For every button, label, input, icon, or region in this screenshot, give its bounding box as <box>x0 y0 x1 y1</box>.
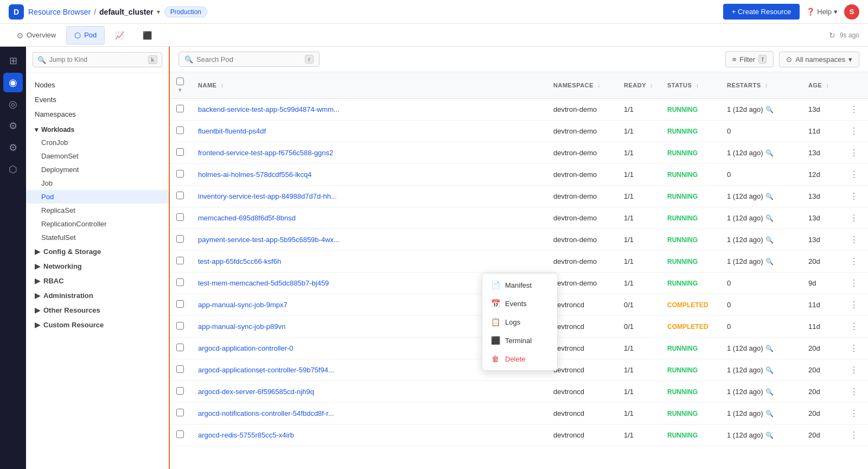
pod-context-menu-button[interactable]: ⋮ <box>846 256 861 267</box>
row-checkbox[interactable] <box>176 409 184 416</box>
context-menu-events[interactable]: 📅 Events <box>482 294 557 313</box>
pod-name-link[interactable]: memcached-695d8f6d5f-8bnsd <box>198 214 296 222</box>
th-namespace[interactable]: NAMESPACE ↓ <box>547 72 617 99</box>
cluster-chevron-icon[interactable]: ▾ <box>157 8 160 16</box>
restart-search-icon[interactable]: 🔍 <box>765 214 774 222</box>
row-checkbox[interactable] <box>176 322 184 329</box>
pod-name-link[interactable]: argocd-application-controller-0 <box>198 344 293 352</box>
pod-name-link[interactable]: payment-service-test-app-5b95c6859b-4wx.… <box>198 236 340 244</box>
restart-search-icon[interactable]: 🔍 <box>765 388 774 396</box>
sidebar-icon-layers[interactable]: ⬡ <box>3 160 23 179</box>
pod-name-link[interactable]: app-manual-sync-job-9mpx7 <box>198 301 288 309</box>
sidebar-icon-home[interactable]: ⊞ <box>3 51 23 71</box>
th-age[interactable]: AGE ↕ <box>802 72 840 99</box>
th-restarts[interactable]: RESTARTS ↕ <box>720 72 802 99</box>
context-menu-delete[interactable]: 🗑 Delete <box>482 350 557 368</box>
pod-context-menu-button[interactable]: ⋮ <box>846 386 861 397</box>
context-menu-terminal[interactable]: ⬛ Terminal <box>482 331 557 350</box>
sidebar-icon-resource-browser[interactable]: ◉ <box>3 73 23 92</box>
nav-child-deployment[interactable]: Deployment <box>26 163 169 176</box>
nav-section-custom-resource[interactable]: ▶ Custom Resource <box>26 318 169 332</box>
breadcrumb-app[interactable]: Resource Browser <box>28 8 91 16</box>
pod-name-link[interactable]: argocd-applicationset-controller-59b75f9… <box>198 366 334 374</box>
tab-pod[interactable]: ⬡ Pod <box>66 26 105 45</box>
nav-child-pod[interactable]: Pod <box>26 190 169 204</box>
pod-context-menu-button[interactable]: ⋮ <box>846 212 861 224</box>
restart-search-icon[interactable]: 🔍 <box>765 193 774 200</box>
refresh-info[interactable]: ↻ 9s ago <box>829 31 859 40</box>
search-pod-input[interactable] <box>196 55 302 64</box>
context-menu-logs[interactable]: 📋 Logs <box>482 313 557 331</box>
row-checkbox[interactable] <box>176 105 184 112</box>
app-logo[interactable]: D <box>9 4 24 20</box>
nav-section-rbac[interactable]: ▶ RBAC <box>26 274 169 288</box>
row-checkbox[interactable] <box>176 170 184 178</box>
filter-button[interactable]: ≡ Filter f <box>725 51 774 67</box>
nav-item-namespaces[interactable]: Namespaces <box>26 107 169 122</box>
nav-child-replicaset[interactable]: ReplicaSet <box>26 204 169 217</box>
row-checkbox[interactable] <box>176 257 184 264</box>
nav-item-nodes[interactable]: Nodes <box>26 78 169 92</box>
pod-name-link[interactable]: argocd-redis-5755r85cc5-x4irb <box>198 431 294 439</box>
restart-search-icon[interactable]: 🔍 <box>765 366 774 374</box>
pod-context-menu-button[interactable]: ⋮ <box>846 169 861 180</box>
nav-child-daemonset[interactable]: DaemonSet <box>26 149 169 163</box>
sidebar-icon-apps[interactable]: ◎ <box>3 94 23 114</box>
nav-section-networking[interactable]: ▶ Networking <box>26 259 169 274</box>
pod-name-link[interactable]: holmes-ai-holmes-578dcdf556-lkcq4 <box>198 170 312 179</box>
nav-child-job[interactable]: Job <box>26 176 169 190</box>
pod-name-link[interactable]: app-manual-sync-job-p89vn <box>198 322 285 331</box>
select-all-checkbox[interactable] <box>176 78 184 85</box>
tab-chart[interactable]: 📈 <box>107 26 132 45</box>
row-checkbox[interactable] <box>176 344 184 351</box>
pod-name-link[interactable]: test-mem-memcached-5d5dc885b7-bj459 <box>198 279 329 287</box>
context-menu-manifest[interactable]: 📄 Manifest <box>482 276 557 294</box>
pod-context-menu-button[interactable]: ⋮ <box>846 299 861 310</box>
env-badge[interactable]: Production <box>164 7 207 17</box>
row-checkbox[interactable] <box>176 430 184 438</box>
nav-child-statefulset[interactable]: StatefulSet <box>26 231 169 244</box>
breadcrumb-cluster[interactable]: default_cluster <box>99 8 154 16</box>
restart-search-icon[interactable]: 🔍 <box>765 106 774 113</box>
pod-name-link[interactable]: inventory-service-test-app-84988d7d7d-hh… <box>198 192 337 200</box>
pod-context-menu-button[interactable]: ⋮ <box>846 321 861 332</box>
user-avatar[interactable]: S <box>844 4 859 20</box>
row-checkbox[interactable] <box>176 148 184 156</box>
jump-to-kind-input[interactable] <box>49 56 145 64</box>
pod-name-link[interactable]: argocd-notifications-controller-54fbdcd8… <box>198 409 334 417</box>
sidebar-icon-gear[interactable]: ⚙ <box>3 116 23 136</box>
restart-search-icon[interactable]: 🔍 <box>765 236 774 244</box>
nav-child-replicationcontroller[interactable]: ReplicationController <box>26 217 169 231</box>
pod-name-link[interactable]: frontend-service-test-app-f6756c588-ggns… <box>198 149 333 157</box>
row-checkbox[interactable] <box>176 365 184 373</box>
pod-name-link[interactable]: fluentbit-fluentd-ps4df <box>198 127 266 135</box>
pod-name-link[interactable]: test-app-65fdc5cc66-ksf6h <box>198 257 281 265</box>
row-checkbox[interactable] <box>176 278 184 286</box>
th-name[interactable]: NAME ↕ <box>192 72 547 99</box>
restart-search-icon[interactable]: 🔍 <box>765 149 774 157</box>
row-checkbox[interactable] <box>176 213 184 221</box>
row-checkbox[interactable] <box>176 192 184 199</box>
row-checkbox[interactable] <box>176 387 184 395</box>
pod-context-menu-button[interactable]: ⋮ <box>846 234 861 245</box>
pod-context-menu-button[interactable]: ⋮ <box>846 277 861 289</box>
tab-terminal[interactable]: ⬛ <box>135 26 160 45</box>
pod-context-menu-button[interactable]: ⋮ <box>846 125 861 137</box>
pod-context-menu-button[interactable]: ⋮ <box>846 147 861 159</box>
pod-context-menu-button[interactable]: ⋮ <box>846 364 861 376</box>
help-button[interactable]: ❓ Help ▾ <box>806 8 838 16</box>
pod-context-menu-button[interactable]: ⋮ <box>846 191 861 202</box>
restart-search-icon[interactable]: 🔍 <box>765 432 774 439</box>
row-checkbox[interactable] <box>176 235 184 243</box>
pod-context-menu-button[interactable]: ⋮ <box>846 408 861 419</box>
tab-overview[interactable]: ⊙ Overview <box>9 26 64 45</box>
pod-context-menu-button[interactable]: ⋮ <box>846 104 861 115</box>
pod-context-menu-button[interactable]: ⋮ <box>846 429 861 441</box>
nav-section-other-resources[interactable]: ▶ Other Resources <box>26 303 169 318</box>
nav-section-administration[interactable]: ▶ Administration <box>26 288 169 303</box>
sidebar-icon-settings2[interactable]: ⚙ <box>3 138 23 157</box>
th-status[interactable]: STATUS ↕ <box>661 72 720 99</box>
nav-item-events[interactable]: Events <box>26 92 169 107</box>
pod-name-link[interactable]: argocd-dex-server-6f596585cd-njh9q <box>198 388 314 396</box>
restart-search-icon[interactable]: 🔍 <box>765 258 774 265</box>
